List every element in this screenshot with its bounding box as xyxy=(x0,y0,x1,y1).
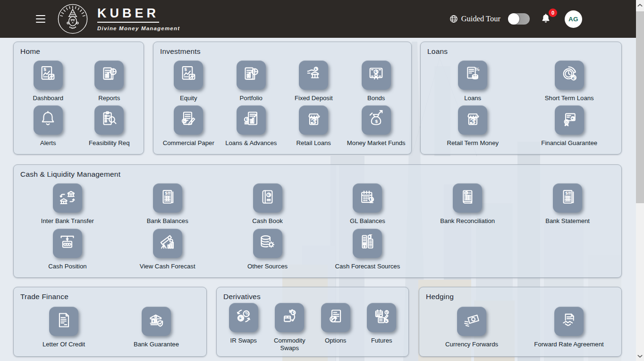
svg-text:$: $ xyxy=(313,119,316,124)
tile-label: Equity xyxy=(180,95,197,102)
tile-button-forward-rate-agreement[interactable] xyxy=(554,307,584,336)
tile-label: Bank Guarantee xyxy=(134,341,179,348)
guided-tour-toggle[interactable] xyxy=(508,13,530,25)
brand-logo-kuber-icon xyxy=(57,3,89,35)
tile-grid-cash: Inter Bank Transfer$Bank Balances$Cash B… xyxy=(14,179,621,277)
menu-icon[interactable] xyxy=(36,15,46,23)
tile-futures[interactable]: $Futures xyxy=(367,303,396,351)
scroll-up-button[interactable] xyxy=(636,1,644,9)
tile-button-portfolio[interactable] xyxy=(237,60,266,90)
tile-button-feasibility-req[interactable] xyxy=(94,105,124,135)
tile-reports[interactable]: Reports xyxy=(94,60,124,102)
tile-button-inter-bank-transfer[interactable] xyxy=(53,183,82,213)
tile-button-bank-statement[interactable]: $ xyxy=(553,183,582,213)
tile-grid-home: $DashboardReportsAlertsFeasibility Req xyxy=(14,56,144,154)
notifications-button[interactable]: 0 xyxy=(540,12,552,26)
tile-commodity-swaps[interactable]: $Commodity Swaps xyxy=(267,303,313,351)
tile-button-cash-forecast-sources[interactable]: T xyxy=(353,229,382,258)
tile-button-short-term-loans[interactable]: $ xyxy=(555,60,584,90)
gl-balances-icon: $ xyxy=(358,188,377,209)
tile-short-term-loans[interactable]: $Short Term Loans xyxy=(545,60,594,102)
tile-currency-forwards[interactable]: Currency Forwards xyxy=(445,307,498,348)
tile-button-commodity-swaps[interactable]: $ xyxy=(275,303,304,332)
currency-forwards-icon xyxy=(462,310,482,332)
tile-bank-guarantee[interactable]: $Bank Guarantee xyxy=(134,307,179,348)
tile-inter-bank-transfer[interactable]: Inter Bank Transfer xyxy=(41,183,94,224)
tile-button-letter-of-credit[interactable] xyxy=(49,307,78,336)
tile-button-cash-book[interactable]: $ xyxy=(253,183,282,213)
tile-bank-reconciliation[interactable]: $Bank Reconciliation xyxy=(440,183,495,224)
tile-retail-loans[interactable]: $Retail Loans xyxy=(297,105,331,146)
tile-button-bank-balances[interactable]: $ xyxy=(153,183,182,213)
tile-label: Fixed Deposit xyxy=(295,95,333,102)
tile-button-other-sources[interactable] xyxy=(253,229,282,258)
tile-button-equity[interactable]: $ xyxy=(174,60,203,90)
scroll-down-button[interactable] xyxy=(636,352,644,360)
tile-loans[interactable]: %Loans xyxy=(458,60,487,102)
short-term-loans-icon: $ xyxy=(559,64,579,86)
tile-forward-rate-agreement[interactable]: Forward Rate Agreement xyxy=(534,307,603,348)
tile-fixed-deposit[interactable]: $Fixed Deposit xyxy=(295,60,333,102)
tile-money-market-funds[interactable]: $Money Market Funds xyxy=(347,105,406,146)
tile-button-cash-position[interactable] xyxy=(53,229,82,258)
scrollbar[interactable] xyxy=(636,0,644,361)
tile-letter-of-credit[interactable]: Letter Of Credit xyxy=(42,307,85,348)
tile-button-currency-forwards[interactable] xyxy=(457,307,486,336)
tile-button-alerts[interactable] xyxy=(34,105,63,135)
tile-button-loans-advances[interactable]: $ xyxy=(237,105,266,135)
cash-position-icon xyxy=(58,232,77,254)
section-title-trade-finance: Trade Finance xyxy=(20,292,200,301)
tile-cash-forecast-sources[interactable]: TCash Forecast Sources xyxy=(335,229,400,270)
alerts-bell-icon xyxy=(38,109,58,130)
tile-button-bonds[interactable]: $ xyxy=(362,60,391,90)
tile-button-gl-balances[interactable]: $ xyxy=(353,183,382,213)
guided-tour[interactable]: Guided Tour xyxy=(449,14,500,24)
bank-guarantee-icon: $ xyxy=(146,310,166,332)
tile-dashboard[interactable]: $Dashboard xyxy=(33,60,63,102)
tile-button-retail-term-money[interactable]: $ xyxy=(458,105,487,135)
tile-gl-balances[interactable]: $GL Balances xyxy=(350,183,385,224)
tile-button-futures[interactable]: $ xyxy=(367,303,396,332)
tile-label: Cash Position xyxy=(48,263,86,270)
svg-text:%: % xyxy=(245,311,250,316)
tile-button-ir-swaps[interactable]: $% xyxy=(229,303,258,332)
tile-commercial-paper[interactable]: $Commercial Paper xyxy=(163,105,214,146)
tile-button-dashboard[interactable]: $ xyxy=(34,60,63,90)
tile-button-retail-loans[interactable]: $ xyxy=(299,105,328,135)
tile-loans-advances[interactable]: $Loans & Advances xyxy=(225,105,277,146)
avatar-initials: AG xyxy=(568,16,578,23)
tile-view-cash-forecast[interactable]: View Cash Forecast xyxy=(140,229,195,270)
options-icon xyxy=(326,307,345,328)
tile-options[interactable]: Options xyxy=(321,303,350,351)
svg-text:$: $ xyxy=(465,189,468,195)
tile-cash-book[interactable]: $Cash Book xyxy=(252,183,283,224)
tile-other-sources[interactable]: Other Sources xyxy=(247,229,288,270)
avatar[interactable]: AG xyxy=(565,10,582,28)
tile-label: Commercial Paper xyxy=(163,139,214,146)
tile-financial-guarantee[interactable]: $Financial Guarantee xyxy=(541,105,597,146)
scrollbar-thumb[interactable] xyxy=(636,11,644,203)
tile-button-options[interactable] xyxy=(321,303,350,332)
tile-equity[interactable]: $Equity xyxy=(174,60,203,102)
tile-button-fixed-deposit[interactable]: $ xyxy=(299,60,328,90)
tile-button-bank-guarantee[interactable]: $ xyxy=(142,307,171,336)
tile-button-reports[interactable] xyxy=(94,60,124,90)
tile-button-money-market-funds[interactable]: $ xyxy=(362,105,391,135)
tile-bank-balances[interactable]: $Bank Balances xyxy=(147,183,188,224)
tile-feasibility-req[interactable]: Feasibility Req xyxy=(89,105,130,146)
tile-button-view-cash-forecast[interactable] xyxy=(153,229,182,258)
tile-ir-swaps[interactable]: $%IR Swaps xyxy=(229,303,258,351)
tile-grid-trade-finance: Letter Of Credit$Bank Guarantee xyxy=(14,301,206,356)
tile-alerts[interactable]: Alerts xyxy=(34,105,63,146)
tile-portfolio[interactable]: Portfolio xyxy=(237,60,266,102)
tile-button-bank-reconciliation[interactable]: $ xyxy=(453,183,482,213)
tile-label: GL Balances xyxy=(350,217,385,224)
tile-button-financial-guarantee[interactable]: $ xyxy=(555,105,584,135)
tile-bank-statement[interactable]: $Bank Statement xyxy=(545,183,590,224)
tile-button-loans[interactable]: % xyxy=(458,60,487,90)
tile-label: Reports xyxy=(98,95,120,102)
tile-button-commercial-paper[interactable]: $ xyxy=(174,105,203,135)
tile-retail-term-money[interactable]: $Retail Term Money xyxy=(447,105,499,146)
tile-cash-position[interactable]: Cash Position xyxy=(48,229,86,270)
tile-bonds[interactable]: $Bonds xyxy=(362,60,391,102)
